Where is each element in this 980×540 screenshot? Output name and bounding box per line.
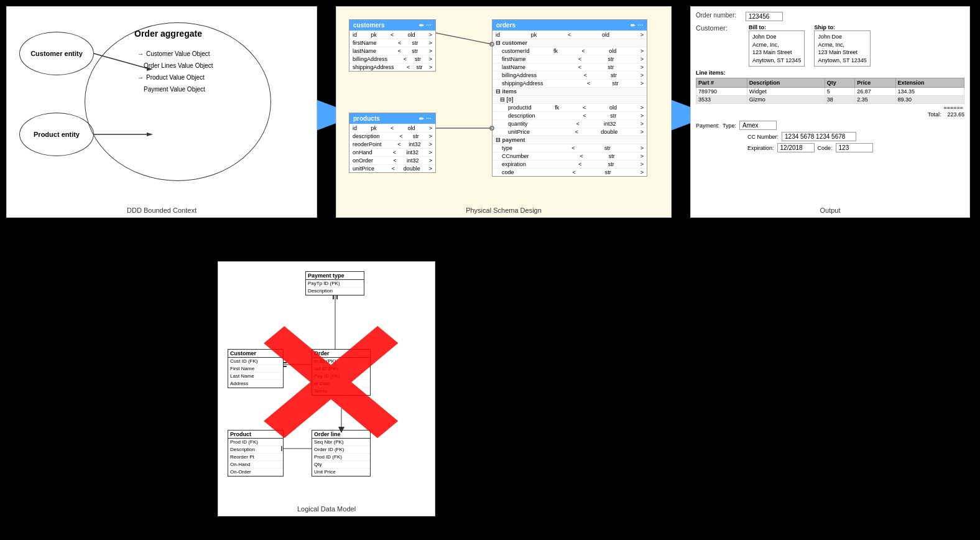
table-row: 3533 Gizmo 38 2.35 89.30 <box>696 96 964 104</box>
line-items-table: Part # Description Qty Price Extension 7… <box>696 78 964 104</box>
bottom-row: Payment type PayTp ID (PK) Description C… <box>0 230 980 540</box>
customer-ldm-entity: Customer Cust ID (FK) First Name Last Na… <box>228 349 284 388</box>
order-number-label: Order number: <box>696 12 746 19</box>
order-ldm-entity: Order er ID (PK) ust ID (FK) Pay ID (FK)… <box>312 349 371 396</box>
customers-table: customers ✏ ⋯ idpk<old> firstName<str> l… <box>349 19 436 72</box>
order-items-list: → Customer Value Object Order Lines Valu… <box>137 50 213 93</box>
ldm-panel: Payment type PayTp ID (PK) Description C… <box>218 261 435 516</box>
line-items-label: Line items: <box>696 70 964 76</box>
payment-label: Payment: <box>696 123 719 129</box>
order-number-row: Order number: 123456 <box>696 12 964 21</box>
cc-number-value: 1234 5678 1234 5678 <box>782 132 856 141</box>
type-value: Amex <box>739 121 777 130</box>
orders-table-header: orders ✏ ⋯ <box>492 20 647 30</box>
ship-to-address: John DoeAcme, Inc,123 Main StreetAnytown… <box>814 30 870 67</box>
type-label: Type: <box>723 123 736 129</box>
customer-label: Customer: <box>696 24 746 67</box>
code-label: Code: <box>818 145 833 151</box>
product-ldm-entity: Product Prod ID (FK) Description Reorder… <box>228 430 284 477</box>
expiration-label: Expiration: <box>747 145 774 151</box>
bill-to-label: Bill to: <box>749 24 805 30</box>
expiration-value: 12/2018 <box>777 143 815 152</box>
total-value: 223.65 <box>947 111 964 118</box>
svg-marker-7 <box>147 133 153 136</box>
output-panel-label: Output <box>820 207 840 214</box>
ddd-panel: Customer entity Product entity Order agg… <box>6 6 317 218</box>
order-number-value: 123456 <box>746 12 783 21</box>
customers-table-header: customers ✏ ⋯ <box>349 20 435 30</box>
svg-line-8 <box>436 33 492 44</box>
cc-number-row: CC Number: 1234 5678 1234 5678 <box>696 132 964 141</box>
payment-type-entity: Payment type PayTp ID (PK) Description <box>305 271 364 296</box>
bill-to-address: John DoeAcme, Inc,123 Main StreetAnytown… <box>749 30 805 67</box>
schema-panel: customers ✏ ⋯ idpk<old> firstName<str> l… <box>336 6 672 218</box>
ldm-diagram: Payment type PayTp ID (PK) Description C… <box>224 268 430 505</box>
products-table: products ✏ ⋯ idpk<old> description<str> … <box>349 113 436 173</box>
cc-number-label: CC Number: <box>747 134 779 140</box>
products-table-header: products ✏ ⋯ <box>349 113 435 124</box>
ddd-panel-label: DDD Bounded Context <box>127 207 196 214</box>
ldm-panel-label: Logical Data Model <box>297 505 356 513</box>
orders-table: orders ✏ ⋯ idpk<old> ⊟ customer customer… <box>492 19 647 177</box>
total-label: Total: <box>928 111 941 118</box>
order-line-entity: Order line Seq Nbr (PK) Order ID (FK) Pr… <box>312 430 371 477</box>
table-row: 789790 Widget 5 26.87 134.35 <box>696 88 964 96</box>
output-panel: Order number: 123456 Customer: Bill to: … <box>690 6 970 218</box>
code-value: 123 <box>836 143 873 152</box>
expiration-row: Expiration: 12/2018 Code: 123 <box>696 143 964 152</box>
payment-row: Payment: Type: Amex <box>696 121 964 130</box>
customer-row: Customer: Bill to: John DoeAcme, Inc,123… <box>696 24 964 67</box>
total-row: Total: 223.65 <box>696 111 964 118</box>
ship-to-label: Ship to: <box>814 24 870 30</box>
schema-panel-label: Physical Schema Design <box>466 207 542 214</box>
